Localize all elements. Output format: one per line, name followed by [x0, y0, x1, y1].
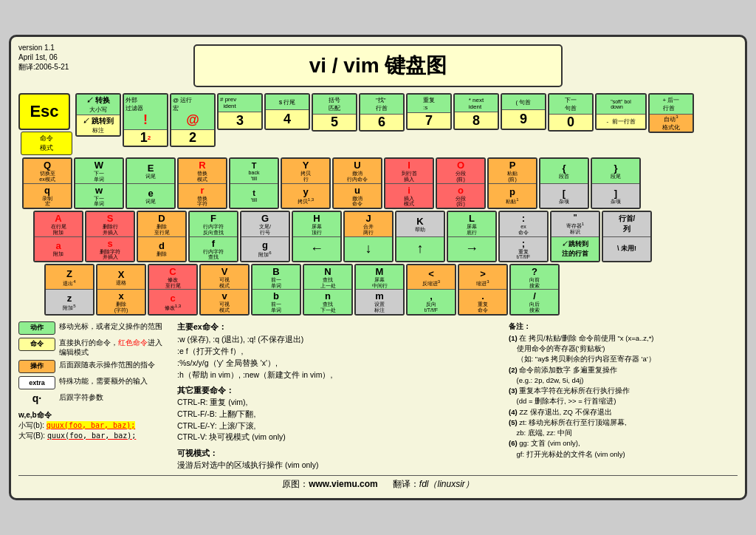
main-ex-title: 主要ex命令： [177, 321, 498, 333]
b-key[interactable]: B 前一单词 b 前一单词 [251, 264, 301, 316]
wb-command: w,e,b命令 小写(b): quux(foo, bar, baz); 大写(B… [18, 410, 166, 441]
z-key[interactable]: Z 退出4 z 附加5 [44, 264, 94, 316]
v-key[interactable]: V 可视模式 v 可视模式 [199, 264, 250, 316]
esc-label: Esc [30, 102, 58, 121]
visual-mode-desc: 漫游后对选中的区域执行操作 (vim only) [177, 460, 498, 471]
other-cmd-3: CTRL-E/-Y: 上滚/下滚, [177, 420, 498, 432]
gt-key[interactable]: > 缩进3 . 重复命令 [458, 264, 508, 316]
hash-key[interactable]: # prev ident 3 [217, 93, 263, 130]
ex-cmd-4: :h（帮助 in vim）, :new（新建文件 in vim）, [177, 369, 498, 381]
footer: 原图：www.viemu.com 翻译：fdl（linuxsir） [18, 475, 738, 491]
t-key[interactable]: T back'till t 'till [229, 157, 279, 209]
e-key[interactable]: E 词尾 e 词尾 [126, 157, 176, 209]
tilde-key[interactable]: ↙ 转换 大小写 ↙ 跳转到 标注 [75, 93, 121, 137]
w-key[interactable]: W 下一单词 w 下一单词 [74, 157, 124, 209]
legend-action: 动作 移动光标，或者定义操作的范围 [18, 321, 166, 335]
c-key[interactable]: C 修改至行尾 c 修改1,3 [148, 264, 198, 316]
legend-operation: 操作 后面跟随表示操作范围的指令 [18, 360, 166, 373]
esc-mode: 命令 模式 [21, 132, 72, 155]
at-key[interactable]: @ 运行宏 @ 2 [170, 93, 216, 147]
legend-extra: extra 特殊功能，需要额外的输入 [18, 376, 166, 389]
l-key[interactable]: L 屏幕底行 → [447, 211, 497, 262]
i-key[interactable]: I 到行首插入 i 插入模式 [384, 157, 434, 209]
commands-section: 主要ex命令： :w (保存), :q (退出), :q! (不保存退出) :e… [177, 321, 498, 471]
other-cmd-2: CTRL-F/-B: 上翻/下翻, [177, 409, 498, 420]
rbrace-key[interactable]: } 段尾 ] 杂项 [591, 157, 641, 209]
footer-translator: 翻译：fdl（linuxsir） [393, 479, 474, 489]
colon-key[interactable]: : ex命令 ; 重复t/T/f/F [498, 211, 549, 262]
n-key[interactable]: N 查找上一处 n 查找下一处 [303, 264, 353, 316]
d-key[interactable]: D 删除至行尾 d 删除 [137, 211, 187, 262]
a-key[interactable]: A 在行尾附加 a 附加 [33, 211, 83, 262]
j-key[interactable]: J 合并两行 ↓ [343, 211, 394, 262]
quote-key[interactable]: " 寄存器1标识 ↙跳转到注的行首 [550, 211, 600, 262]
other-cmd-1: CTRL-R: 重复 (vim), [177, 397, 498, 409]
ex-cmd-1: :w (保存), :q (退出), :q! (不保存退出) [177, 334, 498, 346]
k-key[interactable]: K 帮助 ↑ [395, 211, 445, 262]
ampersand-key[interactable]: 重复:s 7 [406, 93, 452, 130]
legend-q: q· 后跟字符参数 [18, 392, 166, 404]
o-key[interactable]: O 分段(前) o 分段(后) [436, 157, 486, 209]
page-title: vi / vim 键盘图 [193, 44, 563, 87]
h-key[interactable]: H 屏幕顶行 ← [292, 211, 342, 262]
p-key[interactable]: P 粘贴(前) p 粘贴1 [487, 157, 537, 209]
percent-key[interactable]: 括号匹配 5 [312, 93, 357, 132]
s-key[interactable]: S 删除行并插入 s 删除字符并插入 [85, 211, 135, 262]
ex-cmd-2: :e f（打开文件 f）, [177, 346, 498, 358]
y-key[interactable]: Y 拷贝行 y 拷贝1,3 [281, 157, 331, 209]
ex-cmd-3: :%s/x/y/g（'y' 全局替换 'x'）, [177, 358, 498, 369]
question-key[interactable]: ? 向前搜索 / 向后搜索 [509, 264, 560, 316]
f-key[interactable]: F 行内字符反向查找 f 行内字符查找 [188, 211, 238, 262]
other-cmd-title: 其它重要命令： [177, 385, 498, 397]
notes-section: 备注： (1) 在 拷贝/粘贴/删除 命令前使用 "x (x=a..z,*) 使… [509, 321, 738, 471]
g-key[interactable]: G 文尾/行号 g 附加6 [240, 211, 290, 262]
version-info: version 1.1 April 1st, 06 翻译:2006-5-21 [18, 43, 69, 72]
dollar-key[interactable]: $ 行尾 4 [264, 93, 310, 130]
note-1: (1) 在 拷贝/粘贴/删除 命令前使用 "x (x=a..z,*) 使用命令的… [509, 333, 738, 365]
r-key[interactable]: R 替换模式 r 替换字符 [177, 157, 227, 209]
backslash-key[interactable]: 行首/列 \ 未用! [602, 211, 652, 262]
lbrace-key[interactable]: { 段首 [ 杂项 [539, 157, 589, 209]
rparen-key[interactable]: 下一句首 0 [548, 93, 594, 132]
underscore-key[interactable]: "soft" boldown - 前一行首 [595, 93, 647, 130]
esc-key[interactable]: Esc [18, 93, 70, 130]
m-key[interactable]: M 屏幕中间行 m 设置标注 [354, 264, 405, 316]
note-5: (5) zt: 移动光标所在行至行顶端屏幕, zb: 底端, zz: 中间 [509, 418, 738, 439]
note-2: (2) 命令前添加数字 多遍重复操作 (e.g.: 2p, d2w, 5i, d… [509, 365, 738, 386]
exclaim-key[interactable]: 外部过滤器 ! 12 [123, 93, 168, 147]
plus-key[interactable]: + 后一行首 自动3 格式化 [648, 93, 694, 133]
caret-key[interactable]: "找"行首 6 [359, 93, 405, 132]
legend-command: 命令 直接执行的命令，红色命令进入编辑模式 [18, 338, 166, 357]
footer-original: 原图：www.viemu.com [282, 479, 378, 489]
note-6: (6) gg: 文首 (vim only), gf: 打开光标处的文件名 (vi… [509, 438, 738, 460]
note-3: (3) 重复本字符在光标所在行执行操作 (dd = 删除本行, >> = 行首缩… [509, 386, 738, 407]
other-cmd-4: CTRL-V: 块可视模式 (vim only) [177, 432, 498, 443]
lt-key[interactable]: < 反缩进3 , 反向t/T/f/F [406, 264, 456, 316]
q-key[interactable]: Q 切换至ex模式 q 录制宏 [22, 157, 72, 209]
x-key[interactable]: X 退格 x 删除(字符) [96, 264, 146, 316]
star-key[interactable]: * nextident 8 [453, 93, 499, 130]
visual-mode-title: 可视模式： [177, 448, 498, 460]
lparen-key[interactable]: ( 句首 9 [501, 93, 546, 130]
main-container: version 1.1 April 1st, 06 翻译:2006-5-21 v… [9, 35, 747, 500]
u-key[interactable]: U 撤消行内命令 u 撤消命令 [332, 157, 382, 209]
note-4: (4) ZZ 保存退出, ZQ 不保存退出 [509, 407, 738, 418]
